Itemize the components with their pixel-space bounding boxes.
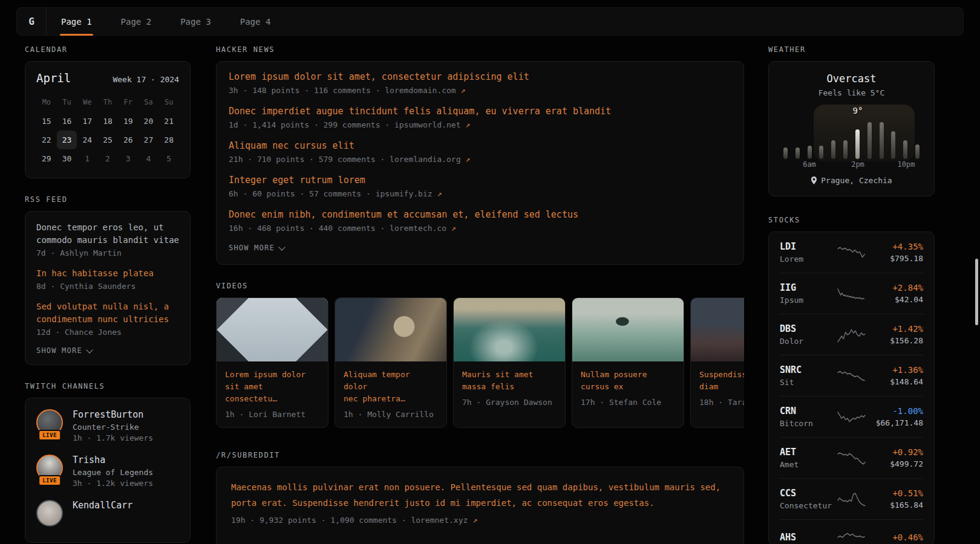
weekday-label: Su (158, 93, 179, 112)
calendar-day[interactable]: 26 (118, 131, 139, 149)
calendar-day[interactable]: 18 (97, 112, 118, 131)
time-label: 6am (803, 160, 816, 169)
video-title[interactable]: Suspendisse diam (699, 369, 744, 393)
stock-price: $42.04 (871, 295, 923, 304)
stock-row[interactable]: IIG Ipsum +2.84% $42.04 (780, 273, 923, 314)
stock-row[interactable]: AHS +0.46% (780, 519, 923, 544)
calendar-day[interactable]: 25 (97, 131, 118, 149)
video-card[interactable]: Mauris sit amet massa felis 7h · Grayson… (453, 297, 566, 428)
channel-avatar: LIVE (36, 455, 63, 481)
video-thumbnail[interactable] (335, 298, 446, 361)
hn-item-title[interactable]: Donec imperdiet augue tincidunt felis al… (229, 106, 731, 117)
video-card[interactable]: Nullam posuere cursus ex 17h · Stefan Co… (572, 297, 684, 428)
stock-change: +0.92% (871, 447, 923, 457)
twitch-channel-row[interactable]: KendallCarr (36, 500, 179, 526)
channel-name[interactable]: KendallCarr (73, 500, 132, 511)
rss-item-meta: 7d · Ashlyn Martin (36, 248, 179, 257)
channel-name[interactable]: Trisha (73, 455, 153, 465)
rss-item-meta: 12d · Chance Jones (36, 328, 179, 337)
calendar-day[interactable]: 29 (36, 149, 57, 168)
weather-widget: Overcast Feels like 5°C 9° (768, 61, 935, 196)
calendar-day-selected[interactable]: 23 (57, 131, 77, 149)
rss-item-title[interactable]: Donec tempor eros leo, ut commodo mauris… (36, 221, 179, 247)
hn-item-title[interactable]: Donec enim nibh, condimentum et accumsan… (229, 209, 731, 221)
rss-item-title[interactable]: Sed volutpat nulla nisl, a condimentum n… (36, 300, 179, 326)
video-title[interactable]: Nullam posuere cursus ex (581, 369, 675, 393)
stock-price: $499.72 (871, 459, 923, 468)
external-link-icon[interactable]: ↗ (437, 189, 442, 198)
hn-item-title[interactable]: Lorem ipsum dolor sit amet, consectetur … (229, 71, 731, 83)
calendar-day[interactable]: 17 (77, 112, 97, 131)
live-badge: LIVE (38, 430, 61, 441)
external-link-icon[interactable]: ↗ (465, 120, 470, 129)
calendar-day[interactable]: 22 (36, 131, 57, 149)
video-card[interactable]: Lorem ipsum dolor sit amet consectetu… 1… (216, 297, 328, 428)
calendar-day[interactable]: 15 (36, 112, 57, 131)
calendar-day-next-month[interactable]: 2 (97, 149, 118, 168)
calendar-day[interactable]: 16 (57, 112, 77, 131)
video-thumbnail[interactable] (691, 298, 744, 361)
time-label: 10pm (898, 160, 915, 169)
twitch-channel-row[interactable]: LIVE ForrestBurton Counter-Strike 1h · 1… (36, 409, 179, 442)
calendar-day[interactable]: 19 (118, 112, 139, 131)
calendar-day[interactable]: 20 (139, 112, 159, 131)
rss-show-more-button[interactable]: SHOW MORE (36, 346, 179, 355)
app-logo[interactable]: G (17, 8, 47, 35)
external-link-icon[interactable]: ↗ (465, 155, 470, 164)
calendar-day[interactable]: 28 (158, 131, 179, 149)
external-link-icon[interactable]: ↗ (461, 86, 466, 95)
left-column: CALENDAR April Week 17 · 2024 Mo Tu We T… (25, 45, 191, 543)
stock-row[interactable]: SNRC Sit +1.36% $148.64 (780, 355, 923, 396)
stock-row[interactable]: LDI Lorem +4.35% $795.18 (780, 232, 923, 273)
calendar-day-next-month[interactable]: 4 (139, 149, 159, 168)
rss-item-title[interactable]: In hac habitasse platea (36, 267, 179, 280)
page-scrollbar-thumb[interactable] (975, 259, 978, 325)
video-thumbnail[interactable] (572, 298, 684, 361)
video-title[interactable]: Aliquam tempor dolor nec pharetra… (344, 369, 438, 405)
tab-page-3[interactable]: Page 3 (179, 8, 212, 35)
channel-category: Counter-Strike (73, 423, 153, 432)
calendar-day[interactable]: 27 (139, 131, 159, 149)
rss-item[interactable]: Sed volutpat nulla nisl, a condimentum n… (36, 300, 179, 337)
video-title[interactable]: Lorem ipsum dolor sit amet consectetu… (225, 369, 319, 405)
stock-sparkline (837, 491, 866, 508)
stock-row[interactable]: AET Amet +0.92% $499.72 (780, 437, 923, 478)
calendar-day[interactable]: 30 (57, 149, 77, 168)
calendar-day-next-month[interactable]: 5 (158, 149, 179, 168)
stock-row[interactable]: CCS Consectetur +0.51% $165.84 (780, 478, 923, 519)
video-title[interactable]: Mauris sit amet massa felis (462, 369, 557, 393)
tab-page-1[interactable]: Page 1 (60, 8, 93, 35)
calendar-day-next-month[interactable]: 1 (77, 149, 97, 168)
channel-name[interactable]: ForrestBurton (73, 409, 153, 420)
stock-sparkline (837, 244, 866, 261)
weekday-label: We (77, 93, 97, 112)
rss-item[interactable]: Donec tempor eros leo, ut commodo mauris… (36, 221, 179, 257)
video-card[interactable]: Suspendisse diam 18h · Tara (690, 297, 744, 428)
video-thumbnail[interactable] (217, 298, 328, 361)
hn-item-title[interactable]: Integer eget rutrum lorem (229, 175, 731, 186)
external-link-icon[interactable]: ↗ (472, 516, 477, 525)
reddit-post-title[interactable]: Maecenas mollis pulvinar erat non posuer… (231, 479, 729, 511)
rss-item[interactable]: In hac habitasse platea 8d · Cynthia Sau… (36, 267, 179, 291)
weather-hourly-chart: 9° 6am 2pm (780, 105, 923, 169)
video-card[interactable]: Aliquam tempor dolor nec pharetra… 1h · … (335, 297, 447, 428)
tab-page-4[interactable]: Page 4 (239, 8, 272, 35)
hn-item-meta: 1d · 1,414 points · 299 comments · ipsum… (229, 120, 731, 129)
stock-symbol: CCS (780, 488, 832, 499)
calendar-day-next-month[interactable]: 3 (118, 149, 139, 168)
hn-show-more-button[interactable]: SHOW MORE (229, 244, 731, 252)
tab-page-2[interactable]: Page 2 (120, 8, 153, 35)
current-temp-label: 9° (853, 106, 863, 115)
twitch-channel-row[interactable]: LIVE Trisha League of Legends 3h · 1.2k … (36, 455, 179, 488)
weather-feels-like: Feels like 5°C (780, 88, 923, 97)
calendar-day[interactable]: 21 (158, 112, 179, 131)
video-thumbnail[interactable] (454, 298, 565, 361)
channel-meta: 1h · 1.7k viewers (73, 433, 153, 442)
hn-item-title[interactable]: Aliquam nec cursus elit (229, 140, 731, 152)
stock-row[interactable]: CRN Bitcorn -1.00% $66,171.48 (780, 396, 923, 437)
calendar-section-title: CALENDAR (25, 45, 191, 54)
rss-section-title: RSS FEED (25, 195, 191, 204)
calendar-day[interactable]: 24 (77, 131, 97, 149)
stock-row[interactable]: DBS Dolor +1.42% $156.28 (780, 314, 923, 355)
external-link-icon[interactable]: ↗ (451, 224, 456, 233)
